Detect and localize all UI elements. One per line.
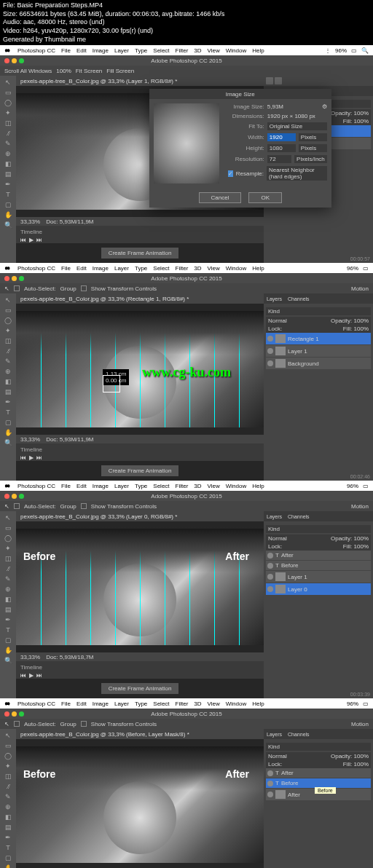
swatches-panel-icon[interactable] bbox=[275, 77, 282, 84]
canvas-image[interactable]: Before After bbox=[16, 746, 264, 863]
screenshot-4: Photoshop CC FileEditImageLayerTypeSelec… bbox=[0, 698, 373, 868]
ok-button[interactable]: OK bbox=[248, 192, 282, 203]
marquee-tool[interactable]: ▭ bbox=[1, 87, 15, 98]
transform-controls-checkbox[interactable] bbox=[81, 285, 87, 291]
resample-dropdown[interactable]: Nearest Neighbor (hard edges) bbox=[267, 166, 327, 181]
close-icon[interactable] bbox=[4, 58, 9, 63]
maximize-icon[interactable] bbox=[19, 58, 24, 63]
dialog-preview-image: −100%+ bbox=[154, 103, 219, 184]
minimize-icon[interactable] bbox=[12, 58, 17, 63]
toolbox: ↖▭◯✦◫⫽✎⊕◧▤✒T▢✋🔍 bbox=[0, 293, 16, 481]
wifi-icon[interactable]: ⋮ bbox=[325, 47, 331, 54]
fill-screen[interactable]: Fill Screen bbox=[106, 68, 134, 74]
battery-icon: ▭ bbox=[363, 265, 369, 272]
wand-tool[interactable]: ✦ bbox=[1, 108, 15, 118]
menu-help[interactable]: Help bbox=[252, 47, 264, 54]
fit-screen[interactable]: Fit Screen bbox=[76, 68, 102, 74]
color-panel-icon[interactable] bbox=[266, 77, 273, 84]
menu-layer[interactable]: Layer bbox=[114, 47, 129, 54]
brush-tool[interactable]: ✎ bbox=[1, 138, 15, 149]
layer-row[interactable]: Layer 0 bbox=[266, 583, 371, 595]
timeline-play-icon[interactable]: ▶ bbox=[29, 237, 34, 243]
document-tab[interactable]: pexels-apple-tree_B_Color.jpg @ 33,3% (R… bbox=[16, 293, 264, 304]
width-input[interactable]: 1920 bbox=[267, 133, 296, 141]
eyedropper-tool[interactable]: ⫽ bbox=[1, 128, 15, 138]
document-tab[interactable]: pexels-apple-tree_B_Color.jpg @ 33,3% (B… bbox=[16, 729, 264, 739]
zoom-level[interactable]: 33,33% bbox=[20, 218, 40, 225]
shape-tool[interactable]: ▢ bbox=[1, 200, 15, 210]
apple-logo-icon bbox=[4, 482, 12, 489]
workspace-label[interactable]: Motion bbox=[351, 285, 369, 292]
timeline-next-icon[interactable]: ⏭ bbox=[36, 237, 42, 243]
timeline-panel: Timeline ⏮ ▶ ⏭ bbox=[16, 226, 264, 243]
width-unit-dropdown[interactable]: Pixels bbox=[299, 133, 327, 141]
window-title: Adobe Photoshop CC 2015 bbox=[151, 58, 221, 64]
menu-window[interactable]: Window bbox=[226, 47, 246, 54]
gradient-tool[interactable]: ▤ bbox=[1, 169, 15, 179]
layer-row[interactable]: TAfter bbox=[266, 768, 371, 778]
type-tool[interactable]: T bbox=[1, 189, 15, 200]
pen-tool[interactable]: ✒ bbox=[1, 179, 15, 189]
height-input[interactable]: 1080 bbox=[267, 144, 296, 152]
cancel-button[interactable]: Cancel bbox=[199, 192, 242, 203]
auto-select-dropdown[interactable]: Group bbox=[60, 285, 76, 292]
screenshot-1: Photoshop CC File Edit Image Layer Type … bbox=[0, 45, 373, 263]
timeline-prev-icon[interactable]: ⏮ bbox=[20, 237, 26, 243]
menu-3d[interactable]: 3D bbox=[194, 47, 201, 54]
resolution-input[interactable]: 72 bbox=[267, 155, 291, 163]
menu-select[interactable]: Select bbox=[153, 47, 169, 54]
layer-row[interactable]: Background bbox=[266, 358, 371, 369]
zoom-in-icon[interactable]: + bbox=[197, 175, 200, 181]
menu-file[interactable]: File bbox=[61, 47, 71, 54]
height-unit-dropdown[interactable]: Pixels bbox=[299, 144, 327, 152]
menu-type[interactable]: Type bbox=[135, 47, 147, 54]
lasso-tool[interactable]: ◯ bbox=[1, 98, 15, 108]
resample-checkbox[interactable]: ✓ bbox=[228, 170, 233, 177]
create-frame-animation-button[interactable]: Create Frame Animation bbox=[101, 683, 179, 694]
menu-edit[interactable]: Edit bbox=[76, 47, 87, 54]
layer-row[interactable]: Rectangle 1 bbox=[266, 333, 371, 344]
battery-pct: 96% bbox=[335, 47, 347, 54]
menu-filter[interactable]: Filter bbox=[176, 47, 189, 54]
eraser-tool[interactable]: ◧ bbox=[1, 159, 15, 169]
video-info-header: File: Basic Preparation Steps.MP4 Size: … bbox=[0, 0, 373, 45]
app-name[interactable]: Photoshop CC bbox=[17, 47, 55, 54]
status-bar: 33,33% Doc: 5,93M/11,9M bbox=[16, 217, 264, 226]
timestamp: 00:00:57 bbox=[350, 256, 370, 261]
canvas-image[interactable]: Before After bbox=[16, 529, 264, 645]
menu-view[interactable]: View bbox=[208, 47, 220, 54]
gear-icon[interactable]: ⚙ bbox=[322, 103, 327, 110]
resolution-unit-dropdown[interactable]: Pixels/Inch bbox=[294, 155, 327, 163]
apple-logo-icon bbox=[4, 264, 12, 272]
create-frame-animation-button[interactable]: Create Frame Animation bbox=[101, 465, 179, 476]
fit-to-dropdown[interactable]: Original Size bbox=[267, 122, 327, 130]
after-label: After bbox=[225, 551, 249, 562]
timestamp: 00:02:46 bbox=[350, 474, 370, 479]
layer-row[interactable]: TBefore bbox=[266, 561, 371, 570]
app-name[interactable]: Photoshop CC bbox=[17, 265, 55, 272]
after-label: After bbox=[225, 768, 249, 780]
close-icon[interactable] bbox=[4, 276, 9, 281]
document-tab[interactable]: pexels-apple-tree_B_Color.jpg @ 33,3% (L… bbox=[16, 511, 264, 521]
scroll-all-windows[interactable]: Scroll All Windows bbox=[4, 68, 52, 74]
move-tool[interactable]: ↖ bbox=[1, 77, 15, 87]
search-icon[interactable]: 🔍 bbox=[361, 47, 369, 54]
crop-tool[interactable]: ◫ bbox=[1, 118, 15, 128]
document-tab[interactable]: pexels-apple-tree_B_Color.jpg @ 33,3% (L… bbox=[16, 76, 264, 86]
layer-row[interactable]: Layer 1 bbox=[266, 345, 371, 357]
stamp-tool[interactable]: ⊕ bbox=[1, 149, 15, 159]
menu-image[interactable]: Image bbox=[93, 47, 109, 54]
zoom-100[interactable]: 100% bbox=[56, 68, 71, 74]
layer-row[interactable]: Layer 1 bbox=[266, 571, 371, 583]
battery-icon: ▭ bbox=[351, 47, 357, 54]
options-bar: Scroll All Windows 100% Fit Screen Fill … bbox=[0, 66, 373, 76]
zoom-tool[interactable]: 🔍 bbox=[1, 220, 15, 230]
maximize-icon[interactable] bbox=[19, 276, 24, 281]
auto-select-checkbox[interactable] bbox=[14, 285, 20, 291]
layer-row[interactable]: TAfter bbox=[266, 551, 371, 560]
hand-tool[interactable]: ✋ bbox=[1, 210, 15, 220]
zoom-out-icon[interactable]: − bbox=[173, 175, 176, 181]
timeline-label[interactable]: Timeline bbox=[20, 229, 259, 235]
minimize-icon[interactable] bbox=[12, 276, 17, 281]
create-frame-animation-button[interactable]: Create Frame Animation bbox=[101, 248, 179, 259]
